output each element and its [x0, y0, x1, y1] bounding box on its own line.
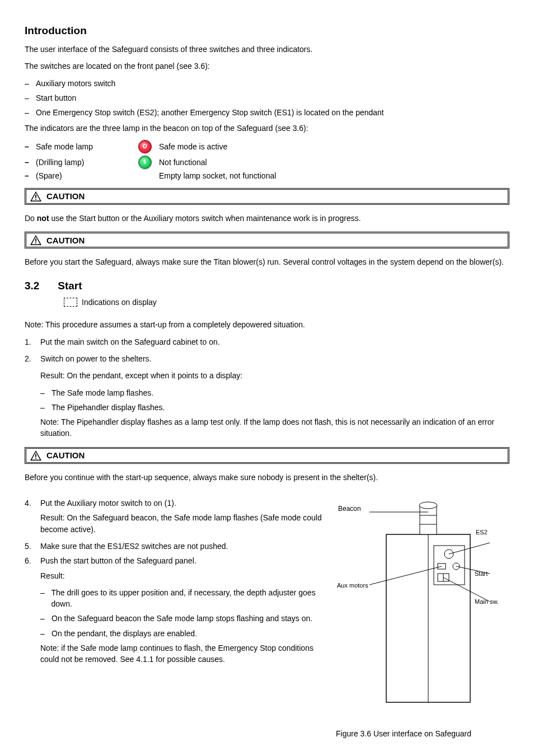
intro-ui-p2: The switches are located on the front pa… [25, 60, 509, 72]
start-step: 2.Switch on power to the shelters. [25, 353, 509, 364]
start-result-list: –The Safe mode lamp flashes. –The Pipeha… [40, 387, 509, 414]
steps-column: 4.Put the Auxiliary motor switch to on (… [25, 497, 325, 738]
intro-heading: Introduction [25, 25, 509, 37]
section-title: Start [58, 280, 82, 292]
figure-column: Beacon ES2 Aux motors Start Main sw. Fig… [336, 490, 509, 738]
start-step: 1.Put the main switch on the Safeguard c… [25, 336, 509, 348]
caution-box: CAUTION [25, 447, 509, 464]
caution-body: Do not use the Start button or the Auxil… [25, 213, 509, 224]
lamp-row: – (Spare) Empty lamp socket, not functio… [25, 171, 509, 180]
step-result-lead: Result: [40, 570, 325, 581]
safe-mode-lamp-icon: O [138, 140, 152, 153]
svg-rect-2 [35, 195, 36, 198]
switch-item: One Emergency Stop switch (ES2); another… [36, 107, 384, 118]
page: Introduction The user interface of the S… [0, 0, 534, 756]
caution-body: Before you start the Safeguard, always m… [25, 256, 509, 267]
display-indication-legend: Indications on display [64, 298, 157, 307]
start-step: 6.Push the start button of the Safeguard… [25, 555, 325, 566]
fig-label-main: Main sw. [475, 598, 499, 605]
fig-label-start: Start [475, 570, 488, 577]
caution-title: CAUTION [46, 236, 85, 245]
svg-rect-7 [35, 242, 36, 243]
warning-triangle-icon [30, 191, 42, 202]
caution-box: CAUTION [25, 188, 509, 205]
fig-label-estop: ES2 [476, 529, 488, 536]
lamp-row: – Safe mode lamp O Safe mode is active [25, 140, 509, 153]
start-result-note: Note: The Pipehandler display flashes as… [40, 416, 509, 439]
svg-rect-10 [35, 454, 36, 457]
caution-title: CAUTION [46, 191, 85, 201]
svg-rect-3 [35, 199, 36, 200]
start-step: 4.Put the Auxiliary motor switch to on (… [25, 497, 325, 509]
switch-item: Auxiliary motors switch [36, 78, 115, 89]
warning-triangle-icon [30, 234, 42, 246]
lamp-desc: Empty lamp socket, not functional [159, 171, 506, 180]
lamp-desc: Safe mode is active [159, 142, 506, 151]
caution-body: Before you continue with the start-up se… [25, 472, 509, 483]
start-note: Note: This procedure assumes a start-up … [25, 319, 509, 330]
section-heading: 3.2 Start [25, 280, 509, 292]
svg-rect-11 [35, 458, 36, 459]
fig-label-beacon: Beacon [338, 505, 361, 513]
start-step: 5.Make sure that the ES1/ES2 switches ar… [25, 541, 325, 552]
safeguard-figure-icon: Beacon ES2 Aux motors Start Main sw. [336, 490, 509, 725]
lamp-row: – (Drilling lamp) I Not functional [25, 156, 509, 169]
indicators-paragraph: The indicators are the three lamp in the… [25, 123, 509, 134]
caution-title: CAUTION [46, 450, 85, 460]
warning-triangle-icon [30, 450, 42, 461]
lamp-label: (Spare) [36, 171, 131, 180]
svg-rect-14 [420, 506, 437, 534]
lamp-label: (Drilling lamp) [36, 158, 131, 167]
switch-list: –Auxiliary motors switch –Start button –… [25, 78, 509, 119]
caution-box: CAUTION [25, 232, 509, 248]
fig-label-aux: Aux motors [337, 582, 368, 589]
lamp-desc: Not functional [159, 158, 506, 167]
steps-and-figure: 4.Put the Auxiliary motor switch to on (… [25, 490, 509, 738]
step-note: Note: if the Safe mode lamp continues to… [40, 642, 325, 665]
step-result: Result: On the Safeguard beacon, the Saf… [40, 512, 325, 535]
drilling-lamp-icon: I [138, 156, 152, 169]
svg-rect-6 [35, 238, 36, 241]
step-result-list: –The drill goes to its upper position an… [40, 587, 325, 639]
svg-point-17 [419, 502, 437, 509]
section-number: 3.2 [25, 280, 55, 292]
lamp-label: Safe mode lamp [36, 142, 131, 151]
switch-item: Start button [36, 92, 76, 104]
intro-ui-p1: The user interface of the Safeguard cons… [25, 44, 509, 55]
figure-caption: Figure 3.6 User interface on Safeguard [336, 729, 509, 738]
dashed-frame-icon [64, 298, 77, 307]
start-result-lead: Result: On the pendant, except when it p… [40, 370, 509, 381]
